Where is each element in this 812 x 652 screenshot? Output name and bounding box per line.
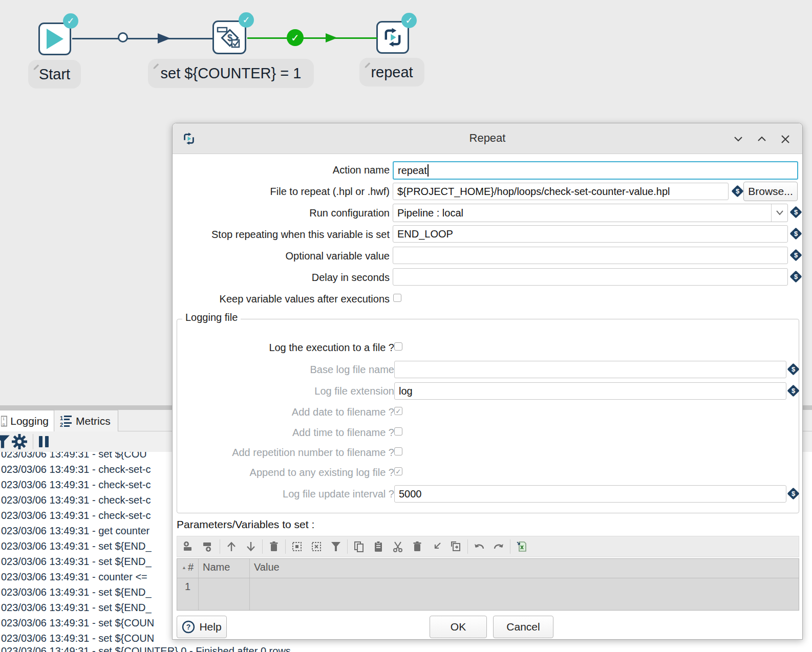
combo-chevron-icon[interactable] [771,204,787,222]
name-cell[interactable] [199,578,250,610]
run-config-label: Run configuration [173,207,390,219]
success-check-icon: ✓ [287,29,304,46]
column-header-num[interactable]: ▲# [177,559,199,578]
chevron-up-icon[interactable] [755,133,768,146]
ok-button[interactable]: OK [430,616,487,638]
base-log-name-input[interactable] [394,361,786,378]
help-button-label: Help [199,621,221,633]
log-line: 023/03/06 13:49:31 - counter <= [1,569,147,584]
stop-variable-input[interactable]: END_LOOP [393,225,788,243]
chevron-down-icon[interactable] [732,133,745,146]
svg-text:2: 2 [60,422,63,428]
parameters-toolbar [177,536,799,557]
log-line: 023/03/06 13:49:31 - check-set-c [1,462,151,477]
variable-icon[interactable]: $ [787,488,799,499]
help-button[interactable]: ? Help [177,616,227,638]
tab-label: Metrics [76,415,111,427]
pause-logging-icon[interactable] [39,436,49,447]
delete-row-icon[interactable] [264,537,284,556]
keep-values-checkbox[interactable] [393,294,401,302]
toolbar-separator [262,539,263,554]
pencil-icon [152,61,160,69]
optional-value-input[interactable] [393,247,788,264]
variable-icon[interactable]: $ [790,206,802,218]
delete-selected-icon[interactable] [408,537,427,556]
copy-icon[interactable] [349,537,369,556]
log-to-file-label: Log the execution to a file ? [177,342,394,354]
dialog-titlebar[interactable]: Repeat [173,123,802,154]
add-date-checkbox[interactable] [394,407,402,415]
column-header-name[interactable]: Name [199,559,250,578]
insert-row-after-icon[interactable] [199,537,218,556]
toolbar-separator [220,539,220,554]
shrink-icon[interactable] [427,537,446,556]
metrics-tab-icon: 1 2 [59,415,73,428]
repeat-dialog: Repeat Action name repeat File to repeat… [172,123,803,640]
log-to-file-checkbox[interactable] [394,342,402,351]
undo-icon[interactable] [469,537,489,556]
redo-icon[interactable] [489,537,508,556]
update-interval-input[interactable]: 5000 [394,485,786,503]
file-value: ${PROJECT_HOME}/hop/loops/check-set-coun… [397,186,670,198]
excel-export-icon[interactable] [512,537,531,556]
tab-label: Logging [10,415,49,427]
paste-icon[interactable] [369,537,388,556]
add-time-label: Add time to filename ? [177,427,394,439]
toolbar-separator [510,539,510,554]
log-line: 023/03/06 13:49:31 - check-set-c [1,477,151,492]
base-log-name-label: Base log file name [177,364,394,376]
log-filter-icon[interactable] [0,434,10,449]
action-name-input[interactable]: repeat [393,161,798,180]
delay-input[interactable] [393,268,788,286]
parameters-table: ▲# Name Value 1 [177,558,799,611]
variable-icon[interactable]: $ [787,363,799,375]
run-config-combo[interactable]: Pipeline : local [393,204,788,222]
variable-icon[interactable]: $ [790,228,802,240]
cut-icon[interactable] [388,537,408,556]
tab-logging[interactable]: 1 g Logging [0,410,54,431]
move-up-icon[interactable] [222,537,241,556]
close-icon[interactable] [779,133,792,146]
filter-icon[interactable] [326,537,346,556]
log-line: 023/03/06 13:49:31 - set ${END_ [1,600,152,615]
log-extension-input[interactable]: log [394,382,786,400]
play-icon [47,29,63,49]
row-number-cell: 1 [177,578,199,610]
table-row[interactable]: 1 [177,578,799,610]
column-header-value[interactable]: Value [250,559,799,578]
append-log-checkbox[interactable] [394,467,402,475]
start-status-badge: ✓ [63,13,78,29]
append-log-label: Append to any existing log file ? [177,467,394,479]
insert-row-before-icon[interactable] [179,537,199,556]
set-counter-status-badge: ✓ [239,12,254,28]
action-name-value: repeat [398,165,427,177]
node-label-start[interactable]: Start [28,60,81,89]
select-all-icon[interactable] [287,537,307,556]
variable-icon[interactable]: $ [790,249,802,261]
svg-text:?: ? [186,623,191,631]
clear-selection-icon[interactable] [307,537,326,556]
cancel-button[interactable]: Cancel [493,616,553,638]
log-settings-gear-icon[interactable] [11,433,28,450]
run-config-value: Pipeline : local [393,207,771,219]
action-name-label: Action name [173,164,390,176]
browse-button[interactable]: Browse... [743,182,798,201]
logging-file-group: Logging file Log the execution to a file… [177,319,799,513]
move-down-icon[interactable] [241,537,261,556]
tab-metrics[interactable]: 1 2 Metrics [54,410,118,431]
node-label-text: set ${COUNTER} = 1 [161,65,302,82]
add-time-checkbox[interactable] [394,427,402,436]
variable-icon[interactable]: $ [732,185,743,197]
variable-icon[interactable]: $ [790,271,802,282]
toolbar-separator [347,539,348,554]
node-label-set-counter[interactable]: set ${COUNTER} = 1 [148,59,314,88]
svg-text:g: g [3,421,5,426]
dialog-title: Repeat [173,132,802,145]
add-repetition-checkbox[interactable] [394,447,402,455]
update-interval-label: Log file update interval ? [177,488,394,500]
duplicate-icon[interactable] [446,537,466,556]
node-label-repeat[interactable]: repeat [359,58,424,86]
variable-icon[interactable]: $ [787,385,799,397]
value-cell[interactable] [250,578,799,610]
file-input[interactable]: ${PROJECT_HOME}/hop/loops/check-set-coun… [393,183,729,200]
